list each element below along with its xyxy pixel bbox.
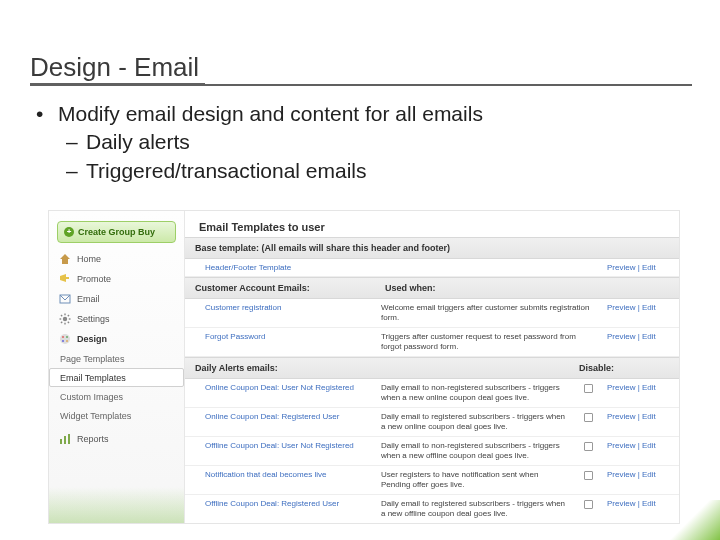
section-header-base: Base template: (All emails will share th… <box>185 237 679 259</box>
table-row: Notification that deal becomes liveUser … <box>185 466 679 495</box>
disable-cell <box>575 470 601 480</box>
row-base-template: Header/Footer Template Preview | Edit <box>185 259 679 277</box>
section-base-label: Base template: (All emails will share th… <box>185 238 679 258</box>
sidebar-gradient <box>49 487 184 523</box>
sidebar-item-settings[interactable]: Settings <box>49 309 184 329</box>
table-row: Customer registrationWelcome email trigg… <box>185 299 679 328</box>
template-desc: Daily email to non-registered subscriber… <box>375 383 575 403</box>
disable-checkbox[interactable] <box>584 413 593 422</box>
create-group-buy-button[interactable]: + Create Group Buy <box>57 221 176 243</box>
svg-rect-17 <box>64 436 66 444</box>
bullet-lvl1: Modify email design and content for all … <box>34 100 694 128</box>
row-actions[interactable]: Preview | Edit <box>607 470 656 479</box>
disable-checkbox[interactable] <box>584 471 593 480</box>
section-daily-c3: Disable: <box>569 358 679 378</box>
table-row: Offline Coupon Deal: Registered UserDail… <box>185 495 679 523</box>
template-desc: Daily email to registered subscribers - … <box>375 499 575 519</box>
panel-heading: Email Templates to user <box>185 211 679 237</box>
template-desc: Daily email to non-registered subscriber… <box>375 441 575 461</box>
main-panel: Email Templates to user Base template: (… <box>185 211 679 523</box>
subnav-item-custom-images[interactable]: Custom Images <box>49 387 184 406</box>
svg-rect-16 <box>60 439 62 444</box>
actions-cell: Preview | Edit <box>601 470 679 479</box>
sidebar-item-design[interactable]: Design <box>49 329 184 349</box>
template-desc: Daily email to registered subscribers - … <box>375 412 575 432</box>
sidebar-item-label: Home <box>77 254 101 264</box>
home-icon <box>59 253 71 265</box>
template-name[interactable]: Notification that deal becomes live <box>185 470 375 479</box>
svg-line-8 <box>68 322 69 323</box>
row-actions[interactable]: Preview | Edit <box>607 441 656 450</box>
sidebar-item-home[interactable]: Home <box>49 249 184 269</box>
section-header-daily: Daily Alerts emails: Disable: <box>185 357 679 379</box>
svg-line-7 <box>61 315 62 316</box>
sidebar: + Create Group Buy HomePromoteEmailSetti… <box>49 211 185 523</box>
svg-point-2 <box>63 317 67 321</box>
actions-cell: Preview | Edit <box>601 332 679 341</box>
title-underline <box>30 84 692 86</box>
row-actions[interactable]: Preview | Edit <box>607 383 656 392</box>
section-header-account: Customer Account Emails: Used when: <box>185 277 679 299</box>
template-name[interactable]: Offline Coupon Deal: User Not Registered <box>185 441 375 450</box>
svg-rect-18 <box>68 434 70 444</box>
row-actions[interactable]: Preview | Edit <box>607 332 656 341</box>
slide-body: Modify email design and content for all … <box>34 100 694 185</box>
template-name[interactable]: Online Coupon Deal: Registered User <box>185 412 375 421</box>
disable-cell <box>575 412 601 422</box>
svg-rect-0 <box>66 277 69 279</box>
reports-icon <box>59 433 71 445</box>
template-desc: User registers to have notification sent… <box>375 470 575 490</box>
section-account-c2: Used when: <box>375 278 591 298</box>
disable-cell <box>575 499 601 509</box>
template-desc: Welcome email triggers after customer su… <box>375 303 601 323</box>
email-icon <box>59 293 71 305</box>
row-base-actions[interactable]: Preview | Edit <box>607 263 656 272</box>
template-desc: Triggers after customer request to reset… <box>375 332 601 352</box>
sidebar-item-label: Settings <box>77 314 110 324</box>
bullet-lvl2-1: Daily alerts <box>34 128 694 156</box>
row-base-name[interactable]: Header/Footer Template <box>185 263 375 272</box>
sidebar-item-email[interactable]: Email <box>49 289 184 309</box>
subnav-item-email-templates[interactable]: Email Templates <box>49 368 184 387</box>
template-name[interactable]: Forgot Password <box>185 332 375 341</box>
svg-point-12 <box>62 336 64 338</box>
table-row: Offline Coupon Deal: User Not Registered… <box>185 437 679 466</box>
sidebar-item-label: Email <box>77 294 100 304</box>
sidebar-item-label: Design <box>77 334 107 344</box>
svg-point-11 <box>60 334 70 344</box>
sidebar-item-reports[interactable]: Reports <box>49 429 184 449</box>
row-actions[interactable]: Preview | Edit <box>607 499 656 508</box>
table-row: Online Coupon Deal: Registered UserDaily… <box>185 408 679 437</box>
svg-line-9 <box>61 322 62 323</box>
actions-cell: Preview | Edit <box>601 383 679 392</box>
svg-point-14 <box>62 340 64 342</box>
sidebar-item-label: Promote <box>77 274 111 284</box>
template-name[interactable]: Offline Coupon Deal: Registered User <box>185 499 375 508</box>
slide-corner-accent <box>668 500 720 540</box>
page-title: Design - Email <box>30 52 205 85</box>
section-account-c1: Customer Account Emails: <box>185 278 375 298</box>
template-name[interactable]: Online Coupon Deal: User Not Registered <box>185 383 375 392</box>
actions-cell: Preview | Edit <box>601 412 679 421</box>
reports-label: Reports <box>77 434 109 444</box>
svg-line-10 <box>68 315 69 316</box>
table-row: Forgot PasswordTriggers after customer r… <box>185 328 679 357</box>
create-group-buy-label: Create Group Buy <box>78 227 155 237</box>
disable-checkbox[interactable] <box>584 384 593 393</box>
svg-point-13 <box>66 336 68 338</box>
subnav-item-widget-templates[interactable]: Widget Templates <box>49 406 184 425</box>
subnav-item-page-templates[interactable]: Page Templates <box>49 349 184 368</box>
bullet-lvl2-2: Triggered/transactional emails <box>34 157 694 185</box>
disable-cell <box>575 383 601 393</box>
design-subnav: Page TemplatesEmail TemplatesCustom Imag… <box>49 349 184 425</box>
section-account-c3 <box>591 278 679 298</box>
disable-checkbox[interactable] <box>584 500 593 509</box>
actions-cell: Preview | Edit <box>601 441 679 450</box>
disable-checkbox[interactable] <box>584 442 593 451</box>
template-name[interactable]: Customer registration <box>185 303 375 312</box>
sidebar-item-promote[interactable]: Promote <box>49 269 184 289</box>
svg-point-15 <box>66 340 68 342</box>
row-actions[interactable]: Preview | Edit <box>607 303 656 312</box>
settings-icon <box>59 313 71 325</box>
row-actions[interactable]: Preview | Edit <box>607 412 656 421</box>
